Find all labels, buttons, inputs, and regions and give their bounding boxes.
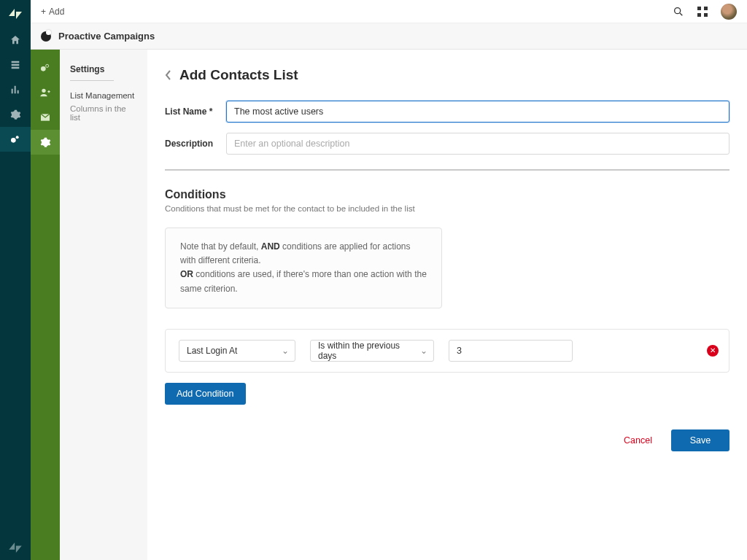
search-icon[interactable] [673,6,684,18]
svg-point-7 [41,66,46,71]
nav-home[interactable] [0,28,31,52]
condition-field-select[interactable]: Last Login At ⌄ [179,340,295,362]
sidebar-link-columns[interactable]: Columns in the list [70,104,137,122]
zendesk-logo-icon [7,6,23,22]
section-divider [165,169,729,171]
condition-value-input[interactable] [449,340,573,362]
svg-point-8 [46,64,49,67]
topbar: + Add [31,0,747,23]
sidebar-divider [70,80,114,81]
nav-reports[interactable] [0,77,31,102]
description-input[interactable] [226,133,729,155]
list-name-input[interactable] [226,101,729,122]
app-rail [31,50,60,560]
svg-rect-3 [697,7,701,10]
campaign-icon [41,31,51,42]
svg-point-9 [42,89,45,93]
back-icon[interactable] [165,69,172,81]
app-nav-campaigns[interactable] [31,55,60,80]
zendesk-footer-icon [0,542,31,553]
app-nav-settings[interactable] [31,130,60,155]
app-title: Proactive Campaigns [58,31,155,42]
save-button[interactable]: Save [671,429,729,451]
nav-admin[interactable] [0,102,31,127]
svg-rect-6 [704,13,708,17]
note-or: OR [180,269,193,279]
nav-tickets[interactable] [0,52,31,77]
page-title: Add Contacts List [179,67,298,83]
svg-point-2 [675,7,681,13]
cancel-button[interactable]: Cancel [612,429,664,451]
conditions-title: Conditions [165,188,729,201]
settings-sidebar: Settings List Management Columns in the … [60,50,147,560]
product-rail [0,0,31,560]
sidebar-title: Settings [70,64,137,74]
svg-rect-5 [697,13,701,17]
chevron-down-icon: ⌄ [282,346,289,356]
note-text: Note that by default, [180,241,261,252]
avatar[interactable] [721,4,737,20]
close-icon: ✕ [710,346,716,354]
page-content: Add Contacts List List Name * Descriptio… [147,50,747,560]
delete-condition-button[interactable]: ✕ [707,345,719,357]
condition-operator-value: Is within the previous days [318,341,413,361]
apps-icon[interactable] [697,7,708,17]
condition-operator-select[interactable]: Is within the previous days ⌄ [310,340,434,362]
app-header: Proactive Campaigns [31,23,747,50]
chevron-down-icon: ⌄ [420,346,427,356]
note-text: conditions are used, if there's more tha… [180,269,427,293]
description-label: Description [165,139,213,149]
nav-proactive-campaigns[interactable] [0,127,31,152]
add-button[interactable]: + Add [41,7,64,17]
condition-field-value: Last Login At [187,346,237,356]
app-nav-contacts[interactable] [31,80,60,105]
conditions-subtitle: Conditions that must be met for the cont… [165,204,729,213]
svg-point-0 [11,138,16,143]
svg-rect-4 [704,7,708,10]
add-condition-button[interactable]: Add Condition [165,383,246,405]
svg-point-1 [16,136,19,139]
note-and: AND [261,241,280,252]
conditions-note: Note that by default, AND conditions are… [165,228,442,308]
add-label: Add [49,7,64,17]
condition-row: Last Login At ⌄ Is within the previous d… [165,329,729,373]
list-name-label: List Name * [165,106,213,117]
sidebar-link-list-management[interactable]: List Management [70,91,137,100]
plus-icon: + [41,7,46,17]
app-nav-messages[interactable] [31,105,60,130]
